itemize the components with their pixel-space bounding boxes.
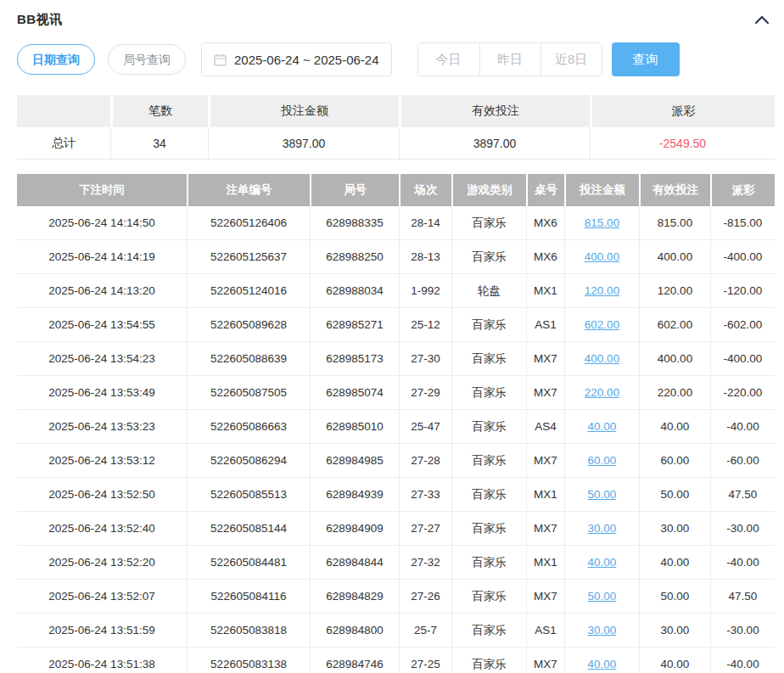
cell-bet-time: 2025-06-24 13:51:59 xyxy=(17,614,187,648)
cell-table-number: MX1 xyxy=(526,478,564,512)
cell-payout: 47.50 xyxy=(710,580,775,614)
quick-date-group: 今日 昨日 近8日 xyxy=(417,42,602,76)
column-header-bet-amount: 投注金额 xyxy=(564,174,639,206)
tab-round-query[interactable]: 局号查询 xyxy=(108,44,186,75)
cell-bet-amount: 602.00 xyxy=(564,308,639,342)
cell-bet-number: 522605086294 xyxy=(187,444,310,478)
cell-payout: -60.00 xyxy=(710,444,775,478)
cell-payout: -120.00 xyxy=(710,274,775,308)
cell-game-type: 百家乐 xyxy=(451,410,526,444)
cell-payout: -30.00 xyxy=(710,614,775,648)
summary-payout-value: -2549.50 xyxy=(590,127,775,160)
bet-amount-link[interactable]: 50.00 xyxy=(588,488,617,501)
cell-bet-time: 2025-06-24 13:54:23 xyxy=(17,342,187,376)
cell-game-type: 百家乐 xyxy=(451,614,526,648)
filter-bar: 日期查询 局号查询 2025-06-24 ~ 2025-06-24 今日 昨日 … xyxy=(17,42,775,76)
table-row: 2025-06-24 13:52:40522605085144628984909… xyxy=(17,512,775,546)
cell-game-type: 百家乐 xyxy=(451,342,526,376)
cell-session: 27-26 xyxy=(399,580,451,614)
bet-amount-link[interactable]: 120.00 xyxy=(585,284,619,297)
cell-bet-time: 2025-06-24 13:53:23 xyxy=(17,410,187,444)
cell-round-number: 628984909 xyxy=(310,512,399,546)
cell-payout: -30.00 xyxy=(710,512,775,546)
cell-bet-number: 522605085144 xyxy=(187,512,310,546)
summary-header-row: 笔数 投注金额 有效投注 派彩 xyxy=(17,95,775,127)
date-range-picker[interactable]: 2025-06-24 ~ 2025-06-24 xyxy=(201,42,392,76)
bet-amount-link[interactable]: 30.00 xyxy=(588,522,617,535)
cell-round-number: 628984939 xyxy=(310,478,399,512)
table-row: 2025-06-24 13:51:38522605083138628984746… xyxy=(17,648,775,673)
cell-payout: -815.00 xyxy=(710,206,775,240)
cell-valid-bet: 220.00 xyxy=(639,376,710,410)
cell-game-type: 百家乐 xyxy=(451,512,526,546)
bet-amount-link[interactable]: 400.00 xyxy=(585,352,619,365)
cell-session: 25-7 xyxy=(399,614,451,648)
last-8-days-button[interactable]: 近8日 xyxy=(540,43,602,76)
cell-bet-amount: 30.00 xyxy=(564,512,639,546)
cell-payout: -400.00 xyxy=(710,342,775,376)
table-row: 2025-06-24 13:53:49522605087505628985074… xyxy=(17,376,775,410)
column-header-payout: 派彩 xyxy=(710,174,775,206)
search-button[interactable]: 查询 xyxy=(612,42,680,76)
cell-valid-bet: 60.00 xyxy=(639,444,710,478)
cell-bet-time: 2025-06-24 13:53:49 xyxy=(17,376,187,410)
summary-bet-amount-value: 3897.00 xyxy=(208,127,399,160)
cell-round-number: 628985173 xyxy=(310,342,399,376)
today-button[interactable]: 今日 xyxy=(418,43,479,76)
bet-amount-link[interactable]: 400.00 xyxy=(585,250,619,263)
cell-game-type: 百家乐 xyxy=(451,648,526,673)
cell-bet-time: 2025-06-24 13:52:20 xyxy=(17,546,187,580)
bet-amount-link[interactable]: 220.00 xyxy=(585,386,619,399)
cell-bet-time: 2025-06-24 14:14:19 xyxy=(17,240,187,274)
table-row: 2025-06-24 13:53:12522605086294628984985… xyxy=(17,444,775,478)
cell-valid-bet: 40.00 xyxy=(639,546,710,580)
table-row: 2025-06-24 13:54:55522605089628628985271… xyxy=(17,308,775,342)
cell-bet-number: 522605084116 xyxy=(187,580,310,614)
table-row: 2025-06-24 13:52:20522605084481628984844… xyxy=(17,546,775,580)
cell-valid-bet: 30.00 xyxy=(639,512,710,546)
date-range-value: 2025-06-24 ~ 2025-06-24 xyxy=(234,53,379,67)
column-header-valid-bet: 有效投注 xyxy=(639,174,710,206)
cell-table-number: MX7 xyxy=(526,580,564,614)
column-header-game-type: 游戏类别 xyxy=(451,174,526,206)
cell-bet-number: 522605089628 xyxy=(187,308,310,342)
bet-amount-link[interactable]: 40.00 xyxy=(588,556,617,569)
summary-valid-bet-value: 3897.00 xyxy=(399,127,590,160)
cell-bet-amount: 120.00 xyxy=(564,274,639,308)
bet-amount-link[interactable]: 40.00 xyxy=(588,420,617,433)
bets-header-row: 下注时间注单编号局号场次游戏类别桌号投注金额有效投注派彩 xyxy=(17,174,775,206)
bet-amount-link[interactable]: 602.00 xyxy=(585,318,619,331)
cell-payout: -40.00 xyxy=(710,648,775,673)
table-row: 2025-06-24 13:53:23522605086663628985010… xyxy=(17,410,775,444)
column-header-round-number: 局号 xyxy=(310,174,399,206)
bet-amount-link[interactable]: 815.00 xyxy=(585,216,619,229)
cell-valid-bet: 50.00 xyxy=(639,580,710,614)
tab-date-query[interactable]: 日期查询 xyxy=(17,44,95,75)
cell-session: 25-47 xyxy=(399,410,451,444)
cell-bet-time: 2025-06-24 13:54:55 xyxy=(17,308,187,342)
cell-bet-number: 522605083138 xyxy=(187,648,310,673)
cell-bet-amount: 50.00 xyxy=(564,478,639,512)
collapse-button[interactable] xyxy=(753,10,771,29)
cell-bet-amount: 40.00 xyxy=(564,648,639,673)
cell-table-number: MX7 xyxy=(526,444,564,478)
yesterday-button[interactable]: 昨日 xyxy=(479,43,540,76)
cell-bet-time: 2025-06-24 13:52:07 xyxy=(17,580,187,614)
cell-bet-amount: 40.00 xyxy=(564,546,639,580)
bet-amount-link[interactable]: 60.00 xyxy=(588,454,617,467)
cell-bet-number: 522605084481 xyxy=(187,546,310,580)
cell-game-type: 百家乐 xyxy=(451,580,526,614)
cell-game-type: 百家乐 xyxy=(451,376,526,410)
cell-valid-bet: 400.00 xyxy=(639,342,710,376)
cell-valid-bet: 400.00 xyxy=(639,240,710,274)
cell-valid-bet: 815.00 xyxy=(639,206,710,240)
bet-amount-link[interactable]: 50.00 xyxy=(588,590,617,603)
bet-amount-link[interactable]: 40.00 xyxy=(588,658,617,670)
cell-round-number: 628985074 xyxy=(310,376,399,410)
cell-table-number: MX7 xyxy=(526,376,564,410)
bet-amount-link[interactable]: 30.00 xyxy=(588,624,617,637)
cell-round-number: 628984800 xyxy=(310,614,399,648)
cell-table-number: AS1 xyxy=(526,308,564,342)
cell-bet-number: 522605086663 xyxy=(187,410,310,444)
cell-session: 27-27 xyxy=(399,512,451,546)
